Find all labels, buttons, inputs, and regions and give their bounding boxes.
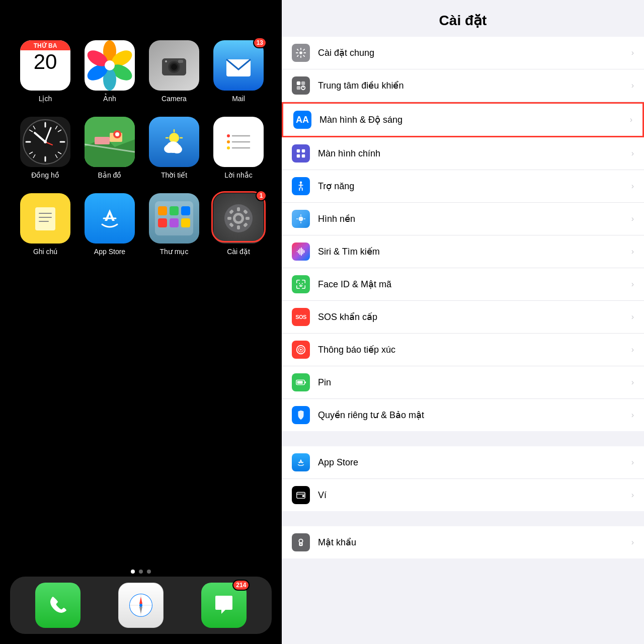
dock-safari[interactable] — [118, 583, 164, 628]
settings-item-passwords[interactable]: Mật khẩu › — [282, 526, 644, 558]
svg-rect-87 — [297, 82, 300, 85]
svg-point-85 — [139, 604, 142, 607]
wallet-icon — [292, 486, 310, 504]
general-icon — [292, 44, 310, 62]
app-label: Đồng hồ — [31, 171, 59, 179]
dock-phone[interactable] — [35, 583, 80, 628]
app-label: Lời nhắc — [224, 171, 252, 179]
display-chevron: › — [630, 115, 632, 124]
app-calendar[interactable]: THỨ BA 20 Lịch — [20, 40, 70, 103]
dock: 214 — [10, 577, 272, 634]
app-clock[interactable]: Đồng hồ — [20, 117, 70, 179]
sos-chevron: › — [631, 312, 634, 321]
control-center-icon — [292, 76, 310, 95]
face-id-chevron: › — [631, 280, 634, 289]
svg-rect-93 — [302, 149, 305, 152]
svg-rect-94 — [297, 154, 300, 157]
settings-item-accessibility[interactable]: Trợ năng › — [282, 170, 644, 203]
settings-section-3: Mật khẩu › — [282, 526, 644, 558]
svg-rect-92 — [297, 149, 300, 152]
app-folder[interactable]: Thư mục — [149, 193, 199, 256]
privacy-label: Quyền riêng tư & Bảo mật — [318, 410, 631, 421]
app-settings[interactable]: 1 Cài đặt — [213, 193, 264, 256]
accessibility-icon — [292, 177, 310, 195]
svg-point-14 — [165, 60, 167, 62]
app-weather[interactable]: Thời tiết — [149, 117, 199, 179]
app-label: Cài đặt — [227, 248, 250, 256]
wallet-label: Ví — [318, 490, 631, 501]
settings-item-face-id[interactable]: Face ID & Mật mã › — [282, 268, 644, 301]
app-mail[interactable]: 13 Mail — [213, 40, 264, 103]
svg-point-41 — [169, 133, 179, 143]
app-reminders[interactable]: Lời nhắc — [213, 117, 264, 179]
control-center-chevron: › — [631, 81, 634, 90]
settings-panel: Cài đặt Cài đặt chung › — [282, 0, 644, 644]
settings-item-battery[interactable]: Pin › — [282, 366, 644, 399]
settings-item-wallet[interactable]: Ví › — [282, 479, 644, 511]
calendar-day: 20 — [34, 51, 57, 72]
svg-rect-73 — [227, 217, 231, 220]
battery-chevron: › — [631, 378, 634, 387]
svg-rect-62 — [158, 206, 167, 215]
settings-item-appstore[interactable]: App Store › — [282, 446, 644, 479]
battery-label: Pin — [318, 377, 631, 388]
svg-rect-95 — [302, 154, 305, 157]
svg-rect-72 — [237, 225, 240, 229]
svg-point-40 — [115, 132, 119, 136]
dot-2 — [139, 570, 143, 574]
dock-messages[interactable]: 214 — [201, 583, 247, 628]
face-id-icon — [292, 275, 310, 293]
home-screen-icon — [292, 144, 310, 163]
appstore-settings-icon — [292, 453, 310, 471]
wallpaper-label: Hình nền — [318, 213, 631, 224]
wallpaper-chevron: › — [631, 214, 634, 223]
svg-rect-67 — [181, 218, 190, 227]
app-photos[interactable]: Ảnh — [85, 40, 135, 103]
privacy-icon — [292, 406, 310, 424]
app-camera[interactable]: Camera — [149, 40, 199, 103]
svg-rect-56 — [35, 207, 55, 230]
sos-icon: SOS — [292, 308, 310, 326]
iphone-home-screen: THỨ BA 20 Lịch Ảnh — [0, 0, 282, 644]
settings-item-general[interactable]: Cài đặt chung › — [282, 37, 644, 69]
siri-label: Siri & Tìm kiếm — [318, 246, 631, 257]
contact-tracing-label: Thông báo tiếp xúc — [318, 344, 631, 355]
app-notes[interactable]: Ghi chú — [20, 193, 70, 256]
svg-rect-65 — [158, 218, 167, 227]
settings-item-sos[interactable]: SOS SOS khẩn cấp › — [282, 301, 644, 334]
svg-point-54 — [227, 146, 230, 149]
app-appstore[interactable]: App Store — [85, 193, 135, 256]
settings-item-privacy[interactable]: Quyền riêng tư & Bảo mật › — [282, 399, 644, 431]
svg-point-52 — [227, 140, 230, 143]
svg-rect-111 — [297, 381, 303, 384]
settings-item-wallpaper[interactable]: Hình nền › — [282, 203, 644, 235]
appstore-settings-chevron: › — [631, 458, 634, 467]
mail-badge: 13 — [253, 37, 267, 48]
app-grid: THỨ BA 20 Lịch Ảnh — [0, 10, 282, 256]
general-chevron: › — [631, 48, 634, 57]
sos-label: SOS khẩn cấp — [318, 311, 631, 323]
battery-icon — [292, 373, 310, 391]
dot-1 — [131, 570, 135, 574]
settings-item-siri[interactable]: Siri & Tìm kiếm › — [282, 235, 644, 268]
svg-rect-64 — [181, 206, 190, 215]
app-maps[interactable]: Bản đồ — [85, 117, 135, 179]
app-label: Mail — [232, 95, 245, 103]
svg-rect-88 — [301, 82, 305, 85]
siri-chevron: › — [631, 247, 634, 256]
settings-badge: 1 — [256, 190, 267, 201]
svg-point-50 — [227, 134, 230, 137]
svg-point-97 — [298, 216, 303, 221]
svg-point-117 — [299, 539, 302, 543]
svg-point-119 — [300, 543, 302, 545]
home-screen-chevron: › — [631, 149, 634, 158]
messages-badge: 214 — [232, 580, 250, 591]
svg-rect-116 — [302, 495, 305, 497]
settings-item-contact-tracing[interactable]: Thông báo tiếp xúc › — [282, 334, 644, 366]
settings-item-home-screen[interactable]: Màn hình chính › — [282, 137, 644, 170]
settings-item-display[interactable]: AA Màn hình & Độ sáng › — [282, 102, 644, 137]
app-label: Ảnh — [103, 95, 116, 103]
settings-item-control-center[interactable]: Trung tâm điều khiển › — [282, 69, 644, 102]
svg-rect-13 — [178, 60, 183, 63]
contact-tracing-icon — [292, 341, 310, 359]
